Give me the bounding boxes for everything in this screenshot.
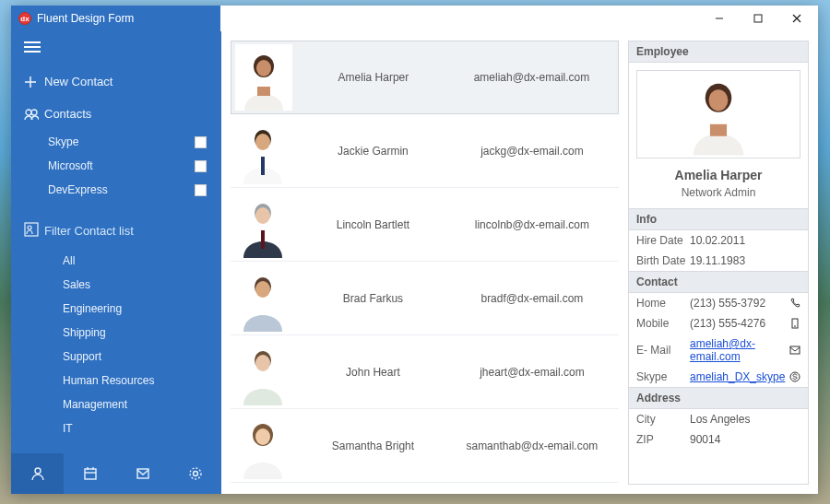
filter-item-management[interactable]: Management	[11, 393, 221, 416]
email-link[interactable]: ameliah@dx-email.com	[690, 337, 755, 363]
skype-icon[interactable]	[786, 371, 800, 382]
filter-item-human-resources[interactable]: Human Resources	[11, 369, 221, 393]
filter-item-engineering[interactable]: Engineering	[11, 297, 221, 321]
contact-row[interactable]: Amelia Harper ameliah@dx-email.com	[231, 41, 619, 114]
detail-pane: Employee Amelia Harper Network Admin Inf…	[628, 41, 809, 485]
skype-link[interactable]: ameliah_DX_skype	[690, 370, 785, 383]
app-logo: dx	[18, 12, 31, 25]
mobile-value: (213) 555-4276	[690, 317, 786, 330]
nav-settings-button[interactable]	[169, 453, 221, 494]
checkbox[interactable]	[195, 136, 207, 148]
zip-value: 90014	[690, 433, 800, 446]
sidebar: New Contact Contacts SkypeMicrosoftDevEx…	[11, 31, 221, 494]
phone-icon[interactable]	[786, 298, 800, 309]
filter-item-all[interactable]: All	[11, 249, 221, 273]
sidebar-tag-devexpress[interactable]: DevExpress	[11, 178, 221, 202]
svg-point-34	[190, 468, 201, 479]
avatar	[234, 265, 291, 332]
app-window: dx Fluent Design Form New Contact Contac…	[11, 6, 818, 494]
sidebar-tag-label: Microsoft	[48, 159, 93, 172]
avatar	[234, 118, 291, 184]
filter-item-it[interactable]: IT	[11, 416, 221, 440]
contacts-icon	[24, 108, 44, 121]
birth-date-value: 19.11.1983	[690, 254, 800, 267]
checkbox[interactable]	[195, 184, 207, 196]
contact-name: Jackie Garmin	[301, 145, 445, 158]
sidebar-tag-skype[interactable]: Skype	[11, 130, 221, 154]
detail-role: Network Admin	[629, 186, 808, 199]
contact-name: Amelia Harper	[302, 71, 445, 84]
filter-label: Filter Contact list	[44, 224, 134, 238]
window-minimize-button[interactable]	[700, 6, 739, 31]
contact-name: Brad Farkus	[301, 292, 445, 305]
avatar	[234, 413, 291, 479]
titlebar[interactable]: dx Fluent Design Form	[11, 6, 818, 31]
detail-name: Amelia Harper	[629, 168, 808, 182]
filter-icon	[24, 222, 44, 240]
contact-list: Amelia Harper ameliah@dx-email.com Jacki…	[221, 31, 624, 494]
contact-name: Lincoln Bartlett	[301, 218, 445, 231]
checkbox[interactable]	[195, 160, 207, 172]
detail-photo	[636, 70, 800, 158]
svg-point-24	[31, 110, 37, 115]
nav-mail-button[interactable]	[116, 453, 169, 494]
birth-date-label: Birth Date	[636, 254, 690, 267]
detail-header-info: Info	[629, 208, 808, 230]
svg-point-23	[26, 110, 31, 115]
contact-email: jheart@dx-email.com	[445, 366, 619, 379]
hire-date-label: Hire Date	[636, 234, 690, 247]
svg-point-26	[28, 226, 31, 229]
hire-date-value: 10.02.2011	[690, 234, 800, 247]
detail-header-contact: Contact	[629, 271, 808, 293]
plus-icon	[24, 76, 44, 88]
bottom-navbar	[11, 453, 221, 494]
mail-icon[interactable]	[786, 345, 800, 356]
zip-label: ZIP	[636, 433, 690, 446]
window-close-button[interactable]	[777, 6, 816, 31]
svg-rect-15	[754, 15, 762, 22]
sidebar-tag-label: Skype	[48, 135, 78, 148]
filter-item-support[interactable]: Support	[11, 345, 221, 369]
sidebar-tag-microsoft[interactable]: Microsoft	[11, 154, 221, 178]
skype-label: Skype	[636, 370, 690, 383]
hamburger-icon	[24, 41, 41, 56]
city-label: City	[636, 413, 690, 426]
detail-header-employee: Employee	[629, 41, 808, 63]
contact-email: ameliah@dx-email.com	[445, 71, 618, 84]
contact-row[interactable]: Lincoln Bartlett lincolnb@dx-email.com	[231, 188, 619, 262]
new-contact-button[interactable]: New Contact	[11, 65, 221, 98]
contact-email: bradf@dx-email.com	[445, 292, 619, 305]
window-title: Fluent Design Form	[37, 12, 134, 25]
nav-contacts-button[interactable]	[11, 453, 64, 494]
contact-row[interactable]: Jackie Garmin jackg@dx-email.com	[231, 114, 619, 188]
svg-rect-37	[790, 346, 800, 354]
contact-email: lincolnb@dx-email.com	[445, 218, 619, 231]
city-value: Los Angeles	[690, 413, 800, 426]
nav-calendar-button[interactable]	[64, 453, 116, 494]
filter-item-sales[interactable]: Sales	[11, 273, 221, 297]
contact-name: John Heart	[301, 366, 445, 379]
contact-row[interactable]: Brad Farkus bradf@dx-email.com	[231, 262, 619, 335]
avatar	[235, 44, 292, 111]
filter-item-shipping[interactable]: Shipping	[11, 321, 221, 345]
mobile-icon[interactable]	[786, 318, 800, 329]
hamburger-button[interactable]	[11, 31, 221, 65]
contacts-section[interactable]: Contacts	[11, 98, 221, 130]
contact-row[interactable]: John Heart jheart@dx-email.com	[231, 335, 619, 409]
home-value: (213) 555-3792	[690, 297, 786, 310]
window-maximize-button[interactable]	[739, 6, 777, 31]
sidebar-tag-label: DevExpress	[48, 183, 108, 196]
email-label: E- Mail	[636, 344, 690, 357]
filter-section[interactable]: Filter Contact list	[11, 213, 221, 249]
contact-row[interactable]: Samantha Bright samanthab@dx-email.com	[231, 409, 619, 483]
svg-point-27	[35, 468, 41, 474]
contacts-label: Contacts	[44, 107, 91, 121]
svg-rect-32	[137, 469, 148, 478]
avatar	[234, 192, 291, 258]
new-contact-label: New Contact	[44, 75, 113, 88]
svg-rect-28	[85, 469, 96, 479]
home-label: Home	[636, 297, 690, 310]
detail-header-address: Address	[629, 387, 808, 409]
contact-email: samanthab@dx-email.com	[445, 440, 619, 452]
contact-name: Samantha Bright	[301, 440, 445, 452]
